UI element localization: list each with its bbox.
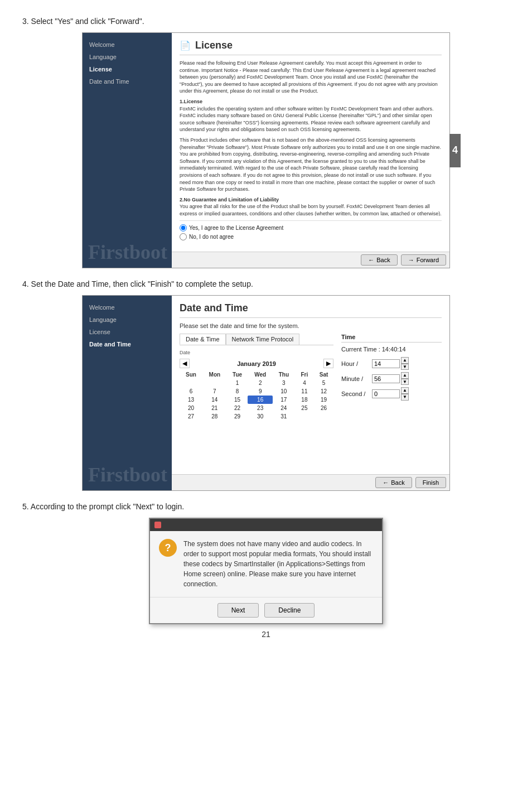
- cal-day[interactable]: 1: [227, 379, 248, 387]
- second-field: Second / ▲ ▼: [341, 387, 442, 400]
- cal-day[interactable]: 15: [227, 396, 248, 404]
- cal-day[interactable]: 5: [314, 379, 333, 387]
- cal-day[interactable]: 14: [202, 396, 227, 404]
- second-up-button[interactable]: ▲: [401, 387, 409, 394]
- cal-day[interactable]: 21: [202, 404, 227, 412]
- sidebar-item-datetime[interactable]: Date and Time: [83, 75, 172, 88]
- second-down-button[interactable]: ▼: [401, 394, 409, 401]
- table-row: 1 2 3 4 5: [180, 379, 333, 387]
- cal-day[interactable]: [202, 379, 227, 387]
- cal-day[interactable]: 19: [314, 396, 333, 404]
- cal-day[interactable]: 2: [248, 379, 273, 387]
- dialog-close-button[interactable]: [154, 522, 161, 528]
- radio-disagree-input[interactable]: [180, 233, 187, 240]
- back-arrow-icon: ←: [368, 257, 374, 263]
- sidebar-item-language[interactable]: Language: [83, 51, 172, 63]
- minute-down-button[interactable]: ▼: [401, 379, 409, 385]
- datetime-subtitle: Please set the date and time for the sys…: [180, 322, 442, 329]
- radio-agree-label[interactable]: Yes, I agree to the License Agreement: [180, 224, 442, 232]
- next-button[interactable]: Next: [217, 603, 259, 618]
- hour-label: Hour /: [341, 360, 372, 367]
- sidebar-logo: Firstboot: [83, 237, 172, 268]
- cal-day[interactable]: 22: [227, 404, 248, 412]
- license-sidebar-nav: Welcome Language License Date and Time: [83, 33, 172, 268]
- cal-day[interactable]: [180, 379, 202, 387]
- cal-header-sat: Sat: [314, 370, 333, 379]
- cal-day[interactable]: 9: [248, 387, 273, 396]
- tab-date-time[interactable]: Date & Time: [180, 334, 226, 345]
- cal-day[interactable]: 3: [273, 379, 295, 387]
- cal-header-mon: Mon: [202, 370, 227, 379]
- calendar-prev-button[interactable]: ◀: [180, 359, 190, 368]
- cal-day[interactable]: 4: [295, 379, 314, 387]
- cal-day[interactable]: 10: [273, 387, 295, 396]
- datetime-section-title: Date and Time: [180, 302, 442, 318]
- tab-network-time[interactable]: Network Time Protocol: [226, 334, 300, 345]
- codec-dialog: ? The system does not have many video an…: [149, 518, 383, 624]
- minute-label: Minute /: [341, 375, 372, 382]
- cal-day[interactable]: [314, 412, 333, 421]
- second-label: Second /: [341, 390, 372, 397]
- license-window-footer: ← Back → Forward: [172, 252, 449, 268]
- cal-day[interactable]: 12: [314, 387, 333, 396]
- cal-day-selected[interactable]: 16: [248, 396, 273, 404]
- table-row: 13 14 15 16 17 18 19: [180, 396, 333, 404]
- cal-day[interactable]: [295, 412, 314, 421]
- cal-day[interactable]: 11: [295, 387, 314, 396]
- dt-sidebar-item-license[interactable]: License: [83, 326, 172, 338]
- cal-day[interactable]: 25: [295, 404, 314, 412]
- license-sidebar: Welcome Language License Date and Time F…: [83, 33, 172, 268]
- second-spinner: ▲ ▼: [401, 387, 409, 400]
- table-row: 27 28 29 30 31: [180, 412, 333, 421]
- decline-button[interactable]: Decline: [264, 603, 315, 618]
- datetime-sidebar: Welcome Language License Date and Time F…: [83, 296, 172, 490]
- license-radio-group: Yes, I agree to the License Agreement No…: [180, 224, 442, 240]
- cal-day[interactable]: 28: [202, 412, 227, 421]
- license-main-content: 📄 License Please read the following End …: [172, 33, 449, 252]
- cal-day[interactable]: 20: [180, 404, 202, 412]
- minute-up-button[interactable]: ▲: [401, 372, 409, 379]
- hour-field: Hour / ▲ ▼: [341, 357, 442, 370]
- second-input[interactable]: [372, 389, 400, 398]
- cal-day[interactable]: 18: [295, 396, 314, 404]
- step3-heading: 3. Select "Yes" and click "Forward".: [22, 17, 510, 26]
- hour-down-button[interactable]: ▼: [401, 364, 409, 370]
- datetime-window-footer: ← Back Finish: [172, 474, 449, 490]
- cal-day[interactable]: 30: [248, 412, 273, 421]
- cal-day[interactable]: 27: [180, 412, 202, 421]
- cal-day[interactable]: 13: [180, 396, 202, 404]
- cal-day[interactable]: 24: [273, 404, 295, 412]
- table-row: 6 7 8 9 10 11 12: [180, 387, 333, 396]
- dt-sidebar-item-welcome[interactable]: Welcome: [83, 301, 172, 314]
- dt-back-arrow-icon: ←: [383, 479, 389, 486]
- dialog-section: ? The system does not have many video an…: [22, 518, 510, 624]
- radio-disagree-label[interactable]: No, I do not agree: [180, 233, 442, 240]
- hour-input[interactable]: [372, 359, 400, 368]
- license-back-button[interactable]: ← Back: [361, 254, 397, 266]
- cal-day[interactable]: 23: [248, 404, 273, 412]
- license-forward-button[interactable]: → Forward: [401, 254, 446, 266]
- cal-day[interactable]: 29: [227, 412, 248, 421]
- table-row: 20 21 22 23 24 25 26: [180, 404, 333, 412]
- license-icon: 📄: [180, 40, 191, 51]
- dt-sidebar-item-language[interactable]: Language: [83, 314, 172, 326]
- cal-day[interactable]: 26: [314, 404, 333, 412]
- radio-agree-input[interactable]: [180, 224, 187, 232]
- cal-header-thu: Thu: [273, 370, 295, 379]
- hour-up-button[interactable]: ▲: [401, 357, 409, 364]
- license-footer: Yes, I agree to the License Agreement No…: [180, 220, 442, 245]
- license-text-body: Please read the following End User Relea…: [180, 60, 442, 216]
- cal-day[interactable]: 17: [273, 396, 295, 404]
- dt-sidebar-item-datetime[interactable]: Date and Time: [83, 338, 172, 350]
- cal-day[interactable]: 8: [227, 387, 248, 396]
- cal-day[interactable]: 6: [180, 387, 202, 396]
- cal-day[interactable]: 31: [273, 412, 295, 421]
- calendar-month-label: January 2019: [237, 360, 276, 367]
- datetime-finish-button[interactable]: Finish: [415, 477, 446, 488]
- sidebar-item-welcome[interactable]: Welcome: [83, 38, 172, 51]
- cal-day[interactable]: 7: [202, 387, 227, 396]
- sidebar-item-license[interactable]: License: [83, 63, 172, 75]
- calendar-next-button[interactable]: ▶: [323, 359, 333, 368]
- minute-input[interactable]: [372, 374, 400, 383]
- datetime-back-button[interactable]: ← Back: [375, 477, 412, 488]
